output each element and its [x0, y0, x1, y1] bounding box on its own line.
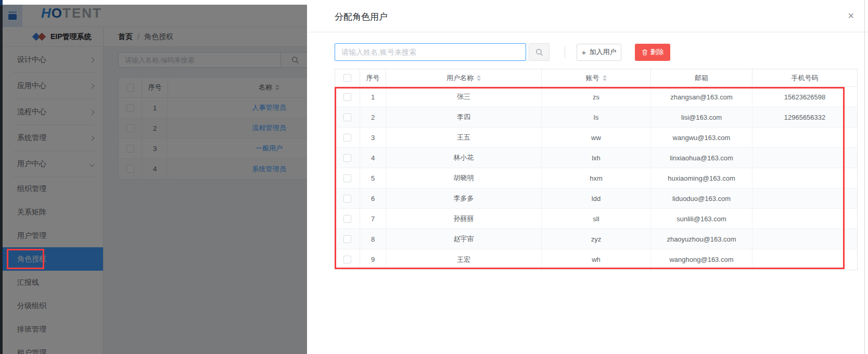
cell-email: zhangsan@163.com — [651, 87, 752, 107]
column-header-serial: 序号 — [360, 69, 386, 87]
row-checkbox[interactable] — [343, 154, 351, 162]
drawer-toolbar: + 加入用户 删除 — [335, 43, 670, 61]
cell-name: 李四 — [386, 107, 542, 128]
column-header-label: 序号 — [366, 73, 380, 83]
row-checkbox[interactable] — [343, 235, 351, 243]
checkbox-cell — [335, 107, 360, 128]
table-row: 6李多多lddliduoduo@163.com — [335, 188, 857, 209]
cell-email: lisi@163.com — [651, 107, 752, 128]
cell-email: wangwu@163.com — [651, 128, 752, 148]
cell-email: liduoduo@163.com — [651, 188, 752, 209]
drawer-title: 分配角色用户 — [335, 11, 388, 23]
cell-name: 孙丽丽 — [386, 209, 542, 229]
cell-name: 胡晓明 — [386, 168, 542, 188]
users-table: 序号用户名称账号邮箱手机号码1张三zszhangsan@163.com15623… — [335, 69, 858, 270]
cell-name: 张三 — [386, 87, 542, 107]
table-row: 4林小花lxhlinxiaohua@163.com — [335, 148, 857, 168]
delete-button[interactable]: 删除 — [635, 44, 670, 61]
delete-label: 删除 — [650, 47, 664, 57]
table-row: 2李四lslisi@163.com12965656332 — [335, 107, 857, 128]
user-search-input[interactable] — [335, 43, 526, 61]
checkbox-cell — [335, 148, 360, 168]
cell-name: 王五 — [386, 128, 542, 148]
sort-icon — [603, 75, 607, 81]
table-row: 5胡晓明hxmhuxiaoming@163.com — [335, 168, 857, 188]
row-checkbox[interactable] — [343, 174, 351, 182]
row-checkbox[interactable] — [343, 215, 351, 223]
cell-index: 4 — [360, 148, 386, 168]
cell-email: zhaoyuzhou@163.com — [651, 229, 752, 249]
table-row: 3王五wwwangwu@163.com — [335, 128, 857, 148]
column-header-email: 邮箱 — [651, 69, 752, 87]
drawer-header: 分配角色用户 ✕ — [307, 0, 868, 32]
checkbox-cell — [335, 69, 360, 87]
cell-account: ww — [542, 128, 651, 148]
app-screen: HOTENT EIP管理系统 设计中心应用中心流程中心系统管理用户中心组织管理关… — [0, 0, 868, 354]
cell-index: 3 — [360, 128, 386, 148]
cell-phone — [752, 188, 857, 209]
cell-account: lxh — [542, 148, 651, 168]
sort-down-icon — [603, 79, 607, 81]
cell-phone — [752, 249, 857, 270]
cell-account: wh — [542, 249, 651, 270]
checkbox-cell — [335, 87, 360, 107]
checkbox-cell — [335, 209, 360, 229]
cell-phone: 12965656332 — [752, 107, 857, 128]
row-checkbox[interactable] — [343, 134, 351, 142]
modal-overlay[interactable] — [0, 0, 307, 354]
checkbox-cell — [335, 249, 360, 270]
cell-phone — [752, 229, 857, 249]
table-row: 8赵宇宙zyzzhaoyuzhou@163.com — [335, 229, 857, 249]
close-icon[interactable]: ✕ — [848, 11, 854, 21]
toolbar-divider — [565, 46, 565, 58]
row-checkbox[interactable] — [343, 256, 351, 263]
top-strip — [3, 0, 307, 5]
table-row: 7孙丽丽sllsunlili@163.com — [335, 209, 857, 229]
cell-name: 王宏 — [386, 249, 542, 270]
cell-account: sll — [542, 209, 651, 229]
cell-index: 7 — [360, 209, 386, 229]
checkbox-cell — [335, 188, 360, 209]
cell-name: 李多多 — [386, 188, 542, 209]
column-header-label: 手机号码 — [792, 73, 819, 83]
cell-phone — [752, 209, 857, 229]
cell-name: 林小花 — [386, 148, 542, 168]
table-header-row: 序号用户名称账号邮箱手机号码 — [335, 69, 857, 87]
search-icon — [535, 48, 543, 56]
checkbox-cell — [335, 229, 360, 249]
cell-account: hxm — [542, 168, 651, 188]
cell-index: 8 — [360, 229, 386, 249]
column-header-phone: 手机号码 — [752, 69, 857, 87]
cell-email: linxiaohua@163.com — [651, 148, 752, 168]
cell-index: 1 — [360, 87, 386, 107]
cell-account: ls — [542, 107, 651, 128]
sort-icon — [477, 75, 481, 81]
cell-email: sunlili@163.com — [651, 209, 752, 229]
assign-users-drawer: 分配角色用户 ✕ + 加入用户 删除 序号用户名称账 — [307, 0, 868, 354]
select-all-checkbox[interactable] — [343, 74, 351, 82]
checkbox-cell — [335, 128, 360, 148]
trash-icon — [642, 49, 648, 56]
table-row: 1张三zszhangsan@163.com15623626598 — [335, 87, 857, 107]
sort-up-icon — [477, 75, 481, 78]
user-search-button[interactable] — [529, 43, 550, 61]
cell-index: 6 — [360, 188, 386, 209]
checkbox-cell — [335, 168, 360, 188]
cell-phone — [752, 168, 857, 188]
cell-account: zyz — [542, 229, 651, 249]
column-header-label: 用户名称 — [446, 73, 474, 83]
column-header-label: 账号 — [586, 73, 599, 83]
cell-phone — [752, 128, 857, 148]
cell-email: wanghong@163.com — [651, 249, 752, 270]
row-checkbox[interactable] — [343, 195, 351, 203]
add-user-label: 加入用户 — [589, 47, 616, 57]
row-checkbox[interactable] — [343, 113, 351, 121]
cell-email: huxiaoming@163.com — [651, 168, 752, 188]
cell-index: 9 — [360, 249, 386, 270]
cell-index: 5 — [360, 168, 386, 188]
column-header-user-name[interactable]: 用户名称 — [386, 69, 542, 87]
row-checkbox[interactable] — [343, 93, 351, 101]
add-user-button[interactable]: + 加入用户 — [577, 44, 621, 61]
column-header-account[interactable]: 账号 — [542, 69, 651, 87]
cell-phone — [752, 148, 857, 168]
